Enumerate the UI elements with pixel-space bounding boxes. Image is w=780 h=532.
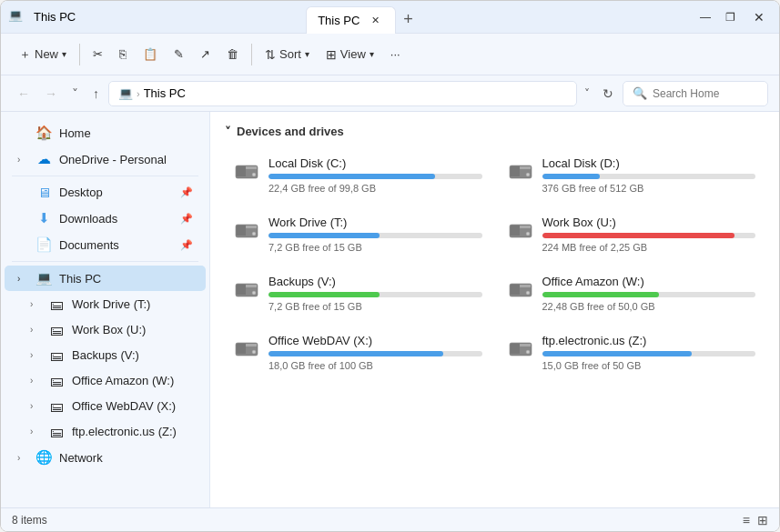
- list-view-button[interactable]: ≡: [743, 513, 750, 527]
- sidebar-item-desktop[interactable]: 🖥 Desktop 📌: [5, 180, 206, 205]
- address-bar: ← → ˅ ↑ 💻 › This PC ˅ ↻ 🔍: [1, 75, 779, 112]
- sidebar-item-documents[interactable]: 📄 Documents 📌: [5, 232, 206, 257]
- drive-bar-bg: [542, 292, 756, 297]
- sidebar-item-officewebdav[interactable]: › 🖴 Office WebDAV (X:): [5, 394, 206, 418]
- more-button[interactable]: ···: [383, 43, 408, 65]
- drive-name: Backups (V:): [268, 275, 482, 288]
- grid-view-button[interactable]: ⊞: [757, 513, 768, 527]
- drive-item-v[interactable]: Backups (V:) 7,2 GB free of 15 GB: [225, 267, 491, 319]
- dropdown-button[interactable]: ˅: [66, 83, 84, 105]
- share-icon: ↗: [200, 47, 210, 61]
- sidebar-item-label: Documents: [59, 238, 173, 252]
- search-box[interactable]: 🔍: [623, 81, 768, 106]
- drive-item-z[interactable]: ftp.electronic.us (Z:) 15,0 GB free of 5…: [499, 326, 765, 378]
- forward-button[interactable]: →: [39, 83, 63, 105]
- view-button[interactable]: ⊞ View ▾: [319, 43, 381, 66]
- section-header[interactable]: ˅ Devices and drives: [225, 125, 765, 138]
- drive-item-t[interactable]: Work Drive (T:) 7,2 GB free of 15 GB: [225, 208, 491, 260]
- sort-button[interactable]: ⇅ Sort ▾: [258, 43, 317, 66]
- sidebar-item-downloads[interactable]: ⬇ Downloads 📌: [5, 206, 206, 231]
- sort-label: Sort: [279, 47, 301, 61]
- new-icon: ＋: [19, 46, 31, 63]
- drive-name: ftp.electronic.us (Z:): [542, 334, 756, 347]
- drive-item-c[interactable]: Local Disk (C:) 22,4 GB free of 99,8 GB: [225, 149, 491, 201]
- minimize-button[interactable]: —: [693, 7, 718, 27]
- sidebar-item-ftp[interactable]: › 🖴 ftp.electronic.us (Z:): [5, 419, 206, 444]
- drive-info: ftp.electronic.us (Z:) 15,0 GB free of 5…: [542, 334, 756, 371]
- drive-space: 22,48 GB free of 50,0 GB: [542, 301, 756, 312]
- sidebar-item-onedrive[interactable]: › ☁ OneDrive - Personal: [5, 146, 206, 172]
- drive-bar-bg: [542, 233, 756, 238]
- sidebar-separator: [12, 261, 198, 262]
- sidebar-item-workdrive[interactable]: › 🖴 Work Drive (T:): [5, 292, 206, 316]
- path-dropdown-button[interactable]: ˅: [581, 84, 593, 104]
- drive-info: Office Amazon (W:) 22,48 GB free of 50,0…: [542, 275, 756, 312]
- new-button[interactable]: ＋ New ▾: [12, 42, 74, 67]
- expand-icon: ›: [30, 401, 41, 411]
- drive-icon: [508, 336, 533, 366]
- svg-rect-23: [511, 285, 520, 295]
- drive-bar-fill: [268, 174, 435, 179]
- tab-thispc[interactable]: This PC ✕: [306, 6, 396, 34]
- workdrive-icon: 🖴: [48, 296, 65, 312]
- expand-icon: ›: [30, 350, 41, 360]
- copy-button[interactable]: ⎘: [112, 43, 134, 65]
- close-button[interactable]: ✕: [746, 6, 772, 28]
- sidebar: 🏠 Home › ☁ OneDrive - Personal 🖥 Desktop…: [1, 112, 210, 507]
- paste-button[interactable]: 📋: [136, 43, 165, 65]
- drive-item-x[interactable]: Office WebDAV (X:) 18,0 GB free of 100 G…: [225, 326, 491, 378]
- svg-point-30: [526, 350, 530, 354]
- rename-button[interactable]: ✎: [167, 43, 191, 65]
- drive-icon: [508, 217, 533, 248]
- documents-icon: 📄: [35, 236, 52, 253]
- drive-item-w[interactable]: Office Amazon (W:) 22,48 GB free of 50,0…: [499, 267, 765, 319]
- maximize-button[interactable]: ❐: [718, 7, 743, 27]
- sidebar-item-thispc[interactable]: › 💻 This PC: [5, 266, 206, 291]
- status-icons: ≡ ⊞: [743, 513, 768, 527]
- svg-rect-3: [237, 166, 246, 176]
- expand-icon: ›: [17, 155, 28, 165]
- expand-icon: ›: [30, 376, 41, 386]
- sidebar-item-label: Work Box (U:): [72, 323, 193, 336]
- svg-rect-27: [237, 344, 246, 354]
- drive-bar-bg: [542, 351, 756, 356]
- tab-close-button[interactable]: ✕: [367, 13, 384, 28]
- onedrive-icon: ☁: [35, 151, 52, 167]
- drive-space: 15,0 GB free of 50 GB: [542, 360, 756, 371]
- drive-space: 224 MB free of 2,25 GB: [542, 242, 756, 253]
- status-count: 8 items: [12, 514, 47, 527]
- drive-bar-bg: [268, 233, 482, 238]
- drive-bar-bg: [542, 174, 756, 179]
- view-icon: ⊞: [326, 47, 337, 62]
- new-tab-button[interactable]: +: [396, 8, 420, 31]
- cut-button[interactable]: ✂: [86, 43, 110, 65]
- address-path[interactable]: 💻 › This PC: [108, 81, 577, 106]
- sidebar-item-network[interactable]: › 🌐 Network: [5, 445, 206, 470]
- refresh-button[interactable]: ↻: [597, 83, 619, 105]
- sidebar-item-label: Office Amazon (W:): [72, 374, 193, 387]
- drive-icon: [508, 158, 533, 189]
- thispc-icon: 💻: [35, 270, 52, 286]
- window-title: This PC: [34, 10, 306, 24]
- share-button[interactable]: ↗: [193, 43, 218, 65]
- up-button[interactable]: ↑: [87, 83, 105, 105]
- svg-point-22: [526, 291, 530, 295]
- desktop-icon: 🖥: [35, 185, 52, 200]
- home-icon: 🏠: [35, 125, 52, 141]
- svg-rect-19: [237, 285, 246, 295]
- drive-bar-fill: [542, 233, 734, 238]
- drive-name: Office Amazon (W:): [542, 275, 756, 288]
- sidebar-item-workbox[interactable]: › 🖴 Work Box (U:): [5, 317, 206, 342]
- sidebar-item-backups[interactable]: › 🖴 Backups (V:): [5, 343, 206, 367]
- sidebar-item-label: Desktop: [59, 186, 173, 199]
- sidebar-item-officeamazon[interactable]: › 🖴 Office Amazon (W:): [5, 368, 206, 393]
- search-input[interactable]: [653, 87, 753, 100]
- sidebar-item-label: Backups (V:): [72, 348, 193, 362]
- drive-info: Work Box (U:) 224 MB free of 2,25 GB: [542, 216, 756, 253]
- sidebar-item-home[interactable]: 🏠 Home: [5, 120, 206, 146]
- drive-item-d[interactable]: Local Disk (D:) 376 GB free of 512 GB: [499, 149, 765, 201]
- delete-button[interactable]: 🗑: [219, 43, 246, 65]
- back-button[interactable]: ←: [12, 83, 35, 105]
- drive-item-u[interactable]: Work Box (U:) 224 MB free of 2,25 GB: [499, 208, 765, 260]
- drive-info: Local Disk (D:) 376 GB free of 512 GB: [542, 156, 756, 194]
